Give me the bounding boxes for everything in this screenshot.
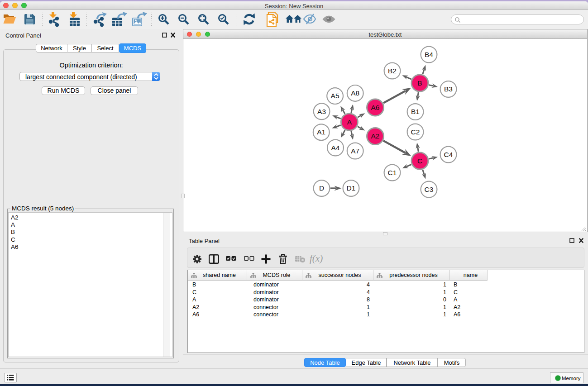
svg-text:B: B — [417, 79, 422, 87]
svg-text:B1: B1 — [411, 108, 420, 115]
svg-text:A3: A3 — [317, 108, 326, 115]
svg-text:C1: C1 — [388, 169, 397, 176]
svg-text:A1: A1 — [317, 128, 325, 136]
svg-text:A: A — [347, 118, 352, 126]
svg-text:A4: A4 — [331, 144, 340, 152]
svg-text:B2: B2 — [388, 67, 397, 75]
svg-text:D1: D1 — [347, 184, 356, 192]
svg-text:A6: A6 — [371, 104, 380, 111]
svg-text:B3: B3 — [444, 85, 453, 93]
svg-text:C2: C2 — [411, 128, 420, 136]
svg-text:C: C — [417, 157, 422, 165]
svg-text:C3: C3 — [425, 186, 434, 193]
svg-text:A8: A8 — [351, 89, 359, 97]
svg-text:D: D — [319, 184, 324, 192]
svg-text:A2: A2 — [371, 132, 380, 140]
svg-text:B4: B4 — [425, 51, 433, 58]
svg-text:A7: A7 — [351, 147, 359, 155]
svg-text:A5: A5 — [331, 92, 339, 100]
svg-text:C4: C4 — [444, 151, 453, 158]
